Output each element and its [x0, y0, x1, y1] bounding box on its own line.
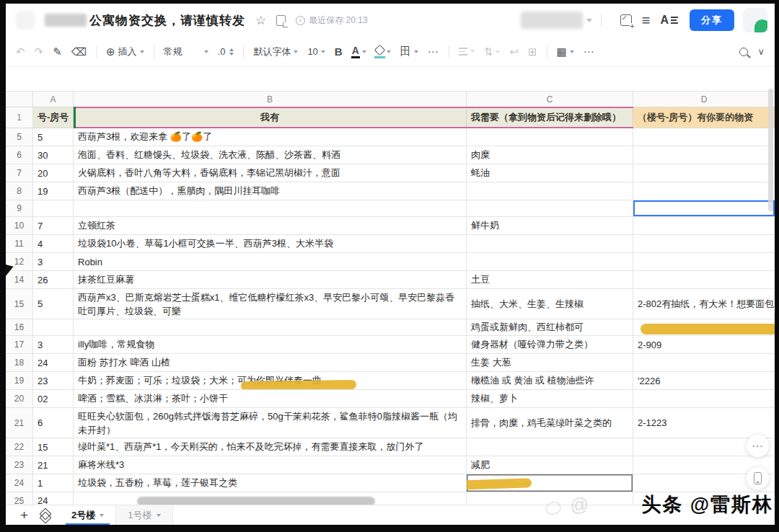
row-number[interactable]: 21 — [6, 408, 33, 438]
insert-menu[interactable]: ⊕插入 — [106, 45, 144, 58]
cell-d[interactable] — [633, 164, 775, 182]
cell-a[interactable] — [33, 319, 74, 335]
collapse-toolbar-button[interactable]: ∨ — [757, 46, 765, 57]
row-number[interactable]: 17 — [6, 336, 33, 353]
cell-d[interactable]: '2226 — [633, 372, 775, 389]
header-cell-d[interactable]: （楼号-房号）有你要的物资 — [633, 107, 775, 128]
font-size-select[interactable]: 10 — [307, 46, 325, 57]
cell-a[interactable]: 3 — [33, 336, 74, 353]
cell-b[interactable]: 垃圾袋，五香粉，草莓，莲子银耳之类 — [74, 474, 467, 492]
row-number[interactable]: 20 — [6, 390, 33, 407]
more-tools-button[interactable]: ⋯ — [584, 45, 595, 58]
cell-d[interactable]: 2-1223 — [633, 408, 775, 438]
header-cell-b[interactable]: 我有 — [74, 107, 467, 128]
undo-button[interactable]: ↶ — [16, 46, 25, 57]
cell-d[interactable]: 2-909 — [633, 336, 775, 353]
header-cell-c[interactable]: 我需要（拿到物资后记得来删除哦） — [467, 107, 633, 128]
more-format-button[interactable]: ⋯ — [428, 45, 439, 58]
cell-a[interactable]: 26 — [33, 271, 74, 288]
add-sheet-button[interactable]: + — [20, 508, 28, 522]
borders-button[interactable]: 田 — [400, 45, 418, 58]
cell-a[interactable]: 21 — [33, 456, 74, 474]
blurred-user-chip[interactable] — [521, 12, 583, 29]
cell-c[interactable]: 生姜 大葱 — [467, 354, 633, 371]
row-number[interactable]: 6 — [6, 146, 33, 164]
cell-b[interactable]: 泡面、香料、红糖馒头、垃圾袋、洗衣液、陈醋、沙茶酱、料酒 — [74, 146, 467, 164]
cell-d[interactable] — [633, 200, 775, 216]
cell-b[interactable]: 绿叶菜*1、西葫芦*1，今天刚买的，怕来不及吃完坏掉，有需要直接来取，放门外了 — [74, 438, 467, 456]
cell-b[interactable]: 西葫芦3根（配送中），熏腊肉，隅田川挂耳咖啡 — [74, 182, 467, 200]
cell-b[interactable]: Robin — [74, 253, 467, 270]
cell-a[interactable]: 19 — [33, 182, 74, 200]
share-button[interactable]: 分享 — [690, 9, 734, 31]
font-color-button[interactable]: A — [352, 45, 366, 58]
cell-c[interactable] — [467, 253, 633, 270]
select-all-corner[interactable] — [6, 92, 33, 107]
cell-c[interactable]: 鲜牛奶 — [467, 217, 633, 234]
cell-b[interactable]: 西葫芦3根，欢迎来拿 🍊了🍊了 — [74, 128, 467, 146]
cell-d[interactable] — [633, 271, 775, 288]
cell-b[interactable]: 麻将米线*3 — [74, 456, 467, 474]
sheet-tab-building1[interactable]: 1号楼 — [115, 505, 172, 526]
row-number[interactable]: 18 — [6, 354, 33, 371]
cell-a[interactable]: 1 — [33, 474, 74, 492]
cell-b[interactable]: 立顿红茶 — [74, 217, 467, 234]
cell-c[interactable] — [467, 128, 633, 146]
cell-d[interactable] — [633, 235, 775, 252]
cell-a[interactable]: 5 — [33, 289, 74, 319]
sheet-tab-building2[interactable]: 2号楼 — [60, 505, 115, 526]
cell-d[interactable] — [633, 253, 775, 270]
cell-d[interactable] — [633, 354, 775, 371]
cell-b[interactable] — [74, 200, 467, 216]
cell-b[interactable]: 面粉 苏打水 啤酒 山楂 — [74, 354, 467, 371]
cell-c[interactable]: 鸡蛋或新鲜肉、西红柿都可 — [467, 319, 633, 335]
cell-a[interactable]: 4 — [33, 235, 74, 252]
cell-a[interactable]: 7 — [33, 217, 74, 234]
cell-b[interactable]: 垃圾袋10小卷、草莓1小框可交换一半、西葫芦3根、大米半袋 — [74, 235, 467, 252]
vertical-scrollbar[interactable] — [768, 89, 773, 211]
cell-d[interactable]: 2-802有抽纸，有大米！想要面包 — [633, 289, 775, 319]
cell-d[interactable] — [633, 390, 775, 407]
cell-a[interactable] — [33, 200, 74, 216]
cell-a[interactable]: 6 — [33, 408, 74, 438]
row-number[interactable]: 19 — [6, 372, 33, 389]
cell-c[interactable] — [467, 200, 633, 216]
cell-a[interactable]: 15 — [33, 438, 74, 456]
row-number[interactable]: 24 — [6, 474, 33, 492]
text-wrap-button[interactable]: ↩ — [509, 46, 519, 57]
cell-c[interactable]: 蚝油 — [467, 164, 633, 182]
cell-a[interactable]: 24 — [33, 354, 74, 371]
cell-b[interactable]: 抹茶红豆麻薯 — [74, 271, 467, 288]
cell-b[interactable]: 旺旺夹心软面包，260g韩式拌饭海苔芝麻碎，50g干茉莉花茶，鲨鱼菲特0脂辣椒酱… — [74, 408, 467, 438]
column-letter-c[interactable]: C — [467, 92, 633, 107]
column-letter-a[interactable]: A — [33, 92, 74, 107]
cell-c[interactable]: 土豆 — [467, 271, 633, 288]
copy-doc-icon[interactable] — [276, 15, 286, 26]
vertical-align-button[interactable]: ⇅ — [484, 46, 501, 57]
cell-d[interactable] — [633, 128, 775, 146]
cell-c[interactable]: 抽纸、大米、生姜、生辣椒 — [467, 289, 633, 319]
cell-c[interactable]: 健身器材（哑铃弹力带之类） — [467, 336, 633, 353]
row-number[interactable]: 11 — [6, 235, 33, 252]
row-number[interactable]: 10 — [6, 217, 33, 234]
row-number[interactable]: 16 — [6, 319, 33, 335]
outline-view-icon[interactable]: A — [660, 14, 678, 27]
redo-button[interactable]: ↷ — [35, 46, 44, 57]
merge-cells-button[interactable]: ⊞ — [528, 46, 537, 57]
fill-color-button[interactable] — [376, 45, 391, 58]
task-checklist-icon[interactable] — [620, 14, 632, 26]
hamburger-menu-icon[interactable]: ≡ — [642, 13, 651, 27]
cell-b[interactable]: illy咖啡，常规食物 — [74, 336, 467, 353]
cell-c[interactable] — [467, 438, 633, 456]
cell-a[interactable]: 30 — [33, 146, 74, 164]
star-favorite-icon[interactable]: ☆ — [255, 13, 266, 28]
column-letter-b[interactable]: B — [74, 92, 467, 107]
search-button[interactable] — [739, 48, 748, 56]
cell-b[interactable]: 牛奶；荞麦面；可乐；垃圾袋；大米；可为你即兴伴奏一曲 — [74, 372, 467, 389]
more-actions-fab[interactable]: ⋯ — [747, 435, 769, 457]
cell-c[interactable] — [467, 182, 633, 200]
font-family-select[interactable]: 默认字体 — [253, 45, 298, 58]
cell-b[interactable]: 啤酒；雪糕、冰淇淋；茶叶；小饼干 — [74, 390, 467, 407]
bold-button[interactable]: B — [335, 45, 343, 58]
cell-d[interactable] — [633, 146, 775, 164]
